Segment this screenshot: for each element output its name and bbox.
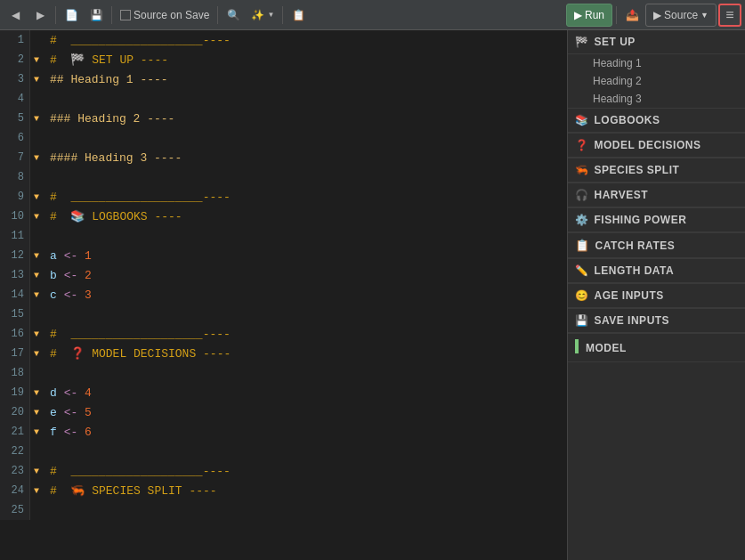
line-num-4: 4 [0, 89, 30, 109]
magic-icon: ✨ [251, 9, 264, 21]
line-4: 4 [0, 89, 567, 109]
search-button[interactable]: 🔍 [222, 4, 245, 27]
code-24: # 🦐 SPECIES SPLIT ---- [43, 481, 567, 500]
source-label: Source [664, 9, 698, 21]
magic-button[interactable]: ✨ ▼ [247, 4, 279, 27]
code-8 [43, 167, 567, 187]
line-16: 16 ▼ # ___________________---- [0, 324, 567, 344]
save-inputs-label: SAVE INPUTS [595, 314, 670, 327]
code-3: ## Heading 1 ---- [43, 69, 567, 89]
code-2: # 🏁 SET UP ---- [43, 50, 567, 69]
code-4 [43, 89, 567, 109]
source-dropdown-button[interactable]: 📤 [620, 4, 644, 27]
separator-5 [616, 6, 617, 24]
arrow-10: ▼ [30, 207, 43, 226]
code-editor[interactable]: 1 # ___________________---- 2 ▼ # 🏁 SET … [0, 30, 567, 560]
line-9: 9 ▼ # ___________________---- [0, 187, 567, 207]
arrow-13: ▼ [30, 265, 43, 285]
line-15: 15 [0, 304, 567, 324]
source-caret-icon: ▼ [700, 11, 709, 20]
code-lines: 1 # ___________________---- 2 ▼ # 🏁 SET … [0, 30, 567, 520]
source-button[interactable]: ▶ Source ▼ [645, 4, 717, 27]
source-arrow-icon: ▶ [653, 9, 661, 21]
code-18 [43, 363, 567, 383]
line-5: 5 ▼ ### Heading 2 ---- [0, 109, 567, 128]
line-19: 19 ▼ d <- 4 [0, 383, 567, 402]
sidebar-item-setup[interactable]: 🏁 SET UP [568, 30, 745, 54]
sidebar-sub-heading1[interactable]: Heading 1 [568, 54, 745, 72]
line-num-12: 12 [0, 246, 30, 265]
arrow-18 [30, 363, 43, 383]
knit-button[interactable]: 📋 [287, 4, 310, 27]
setup-label: SET UP [595, 36, 636, 48]
separator-2 [111, 6, 112, 24]
line-6: 6 [0, 128, 567, 148]
sidebar-item-fishing-power[interactable]: ⚙️ FISHING POWER [568, 208, 745, 232]
fishing-power-label: FISHING POWER [595, 214, 687, 226]
code-14: c <- 3 [43, 285, 567, 304]
arrow-25 [30, 500, 43, 520]
code-16: # ___________________---- [43, 324, 567, 344]
forward-button[interactable]: ▶ [28, 4, 52, 27]
species-split-label: SPECIES SPLIT [595, 164, 680, 176]
arrow-17: ▼ [30, 344, 43, 363]
line-1: 1 # ___________________---- [0, 30, 567, 50]
sidebar-item-model-decisions[interactable]: ❓ MODEL DECISIONS [568, 134, 745, 158]
code-19: d <- 4 [43, 383, 567, 402]
sidebar-item-species-split[interactable]: 🦐 SPECIES SPLIT [568, 158, 745, 183]
source-on-save-button[interactable]: Source on Save [116, 4, 214, 27]
line-25: 25 [0, 500, 567, 520]
save-inputs-icon: 💾 [575, 314, 589, 327]
checkbox-icon [120, 10, 131, 20]
code-12: a <- 1 [43, 246, 567, 265]
arrow-12: ▼ [30, 246, 43, 265]
model-bar-icon [575, 339, 580, 356]
line-num-11: 11 [0, 226, 30, 246]
hamburger-button[interactable]: ≡ [718, 4, 741, 27]
sidebar: 🏁 SET UP Heading 1 Heading 2 Heading 3 📚… [567, 30, 745, 560]
sidebar-item-logbooks[interactable]: 📚 LOGBOOKS [568, 109, 745, 133]
line-num-6: 6 [0, 128, 30, 148]
line-num-21: 21 [0, 422, 30, 442]
sidebar-item-model[interactable]: MODEL [568, 334, 745, 362]
toolbar: ◀ ▶ 📄 💾 Source on Save 🔍 ✨ ▼ 📋 ▶ Run 📤 ▶… [0, 0, 745, 30]
line-num-9: 9 [0, 187, 30, 207]
source-on-save-label: Source on Save [134, 9, 209, 21]
line-2: 2 ▼ # 🏁 SET UP ---- [0, 50, 567, 69]
length-data-icon: ✏️ [575, 264, 589, 277]
arrow-8 [30, 167, 43, 187]
code-10: # 📚 LOGBOOKS ---- [43, 207, 567, 226]
code-6 [43, 128, 567, 148]
script-button[interactable]: 📄 [60, 4, 83, 27]
code-17: # ❓ MODEL DECISIONS ---- [43, 344, 567, 363]
heading2-label: Heading 2 [593, 75, 642, 87]
line-num-20: 20 [0, 402, 30, 422]
arrow-16: ▼ [30, 324, 43, 344]
arrow-5: ▼ [30, 109, 43, 128]
heading1-label: Heading 1 [593, 57, 642, 69]
sidebar-item-save-inputs[interactable]: 💾 SAVE INPUTS [568, 309, 745, 333]
line-num-19: 19 [0, 383, 30, 402]
sidebar-sub-heading3[interactable]: Heading 3 [568, 90, 745, 108]
line-23: 23 ▼ # ___________________---- [0, 461, 567, 481]
line-10: 10 ▼ # 📚 LOGBOOKS ---- [0, 207, 567, 226]
sidebar-item-harvest[interactable]: 🎧 HARVEST [568, 183, 745, 207]
sidebar-item-catch-rates[interactable]: 📋 CATCH RATES [568, 233, 745, 258]
line-num-10: 10 [0, 207, 30, 226]
model-decisions-icon: ❓ [575, 139, 589, 151]
arrow-6 [30, 128, 43, 148]
save-button[interactable]: 💾 [85, 4, 108, 27]
sidebar-sub-heading2[interactable]: Heading 2 [568, 72, 745, 90]
line-12: 12 ▼ a <- 1 [0, 246, 567, 265]
sidebar-item-length-data[interactable]: ✏️ LENGTH DATA [568, 259, 745, 283]
run-button[interactable]: ▶ Run [566, 4, 612, 27]
sidebar-item-age-inputs[interactable]: 😊 AGE INPUTS [568, 284, 745, 308]
line-num-16: 16 [0, 324, 30, 344]
line-num-5: 5 [0, 109, 30, 128]
back-button[interactable]: ◀ [4, 4, 27, 27]
line-num-23: 23 [0, 461, 30, 481]
line-8: 8 [0, 167, 567, 187]
arrow-15 [30, 304, 43, 324]
line-14: 14 ▼ c <- 3 [0, 285, 567, 304]
line-24: 24 ▼ # 🦐 SPECIES SPLIT ---- [0, 481, 567, 500]
